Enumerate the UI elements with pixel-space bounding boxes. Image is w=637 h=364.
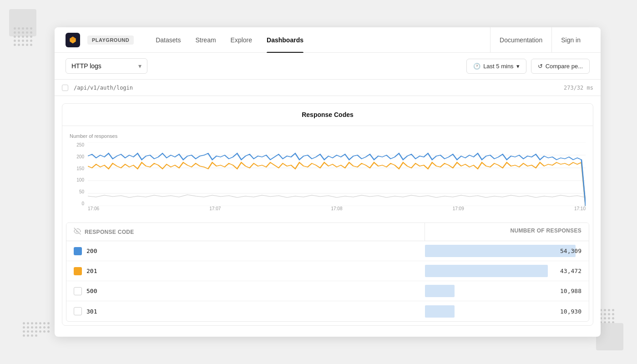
time-label: Last 5 mins [483,63,513,70]
count-500: 10,988 [560,288,581,294]
prev-row-value: 273/32 ms [564,85,593,91]
chevron-down-icon: ▾ [138,62,142,70]
dot-pattern-bl [23,322,50,337]
playground-badge: PLAYGROUND [87,35,134,45]
toolbar-right: 🕐 Last 5 mins ▾ ↺ Compare pe... [466,59,590,74]
nav-documentation[interactable]: Documentation [490,27,551,53]
cell-count-500: 10,988 [425,283,589,299]
count-301: 10,930 [560,308,581,315]
th-count-label: Number of responses [511,228,581,234]
count-201: 43,472 [560,268,581,274]
x-label-1709: 17:09 [453,206,464,215]
th-code: Response code [66,223,425,241]
toolbar: HTTP logs ▾ 🕐 Last 5 mins ▾ ↺ Compare pe… [55,53,601,80]
eye-off-icon [74,228,81,236]
y-label-0: 0 [70,201,86,206]
cell-code-500: 500 [66,283,425,300]
bar-200 [425,245,576,257]
bar-201 [425,265,548,277]
chart-canvas [88,142,586,206]
cell-code-200: 200 [66,243,425,260]
nav-signin[interactable]: Sign in [551,27,590,53]
code-201: 201 [86,268,97,274]
table-row-201[interactable]: 201 43,472 [66,261,589,281]
y-label-50: 50 [70,189,86,194]
code-500: 500 [86,288,97,294]
navbar: PLAYGROUND Datasets Stream Explore Dashb… [55,27,601,53]
row-checkbox[interactable] [62,85,68,91]
chart-wrapper: 0 50 100 150 200 250 [70,142,586,215]
chart-section: Response Codes Number of responses 0 50 … [62,103,593,326]
cell-count-201: 43,472 [425,263,589,279]
y-label-200: 200 [70,154,86,159]
y-label-250: 250 [70,142,86,147]
response-table: Response code Number of responses 200 [66,222,589,322]
dataset-select[interactable]: HTTP logs ▾ [66,58,147,74]
x-label-1710: 17:10 [574,206,586,215]
swatch-200 [74,247,82,255]
table-row-500[interactable]: 500 10,988 [66,281,589,301]
nav-items: Datasets Stream Explore Dashboards [148,27,490,53]
chart-title: Response Codes [62,104,593,126]
y-label-150: 150 [70,166,86,171]
history-icon: ↺ [538,63,543,70]
swatch-301 [74,307,82,315]
compare-button[interactable]: ↺ Compare pe... [531,59,590,74]
prev-row-text: /api/v1/auth/login [74,85,133,91]
cell-count-200: 54,309 [425,243,589,259]
bar-301 [425,305,455,318]
logo [66,33,80,47]
clock-icon: 🕐 [473,63,480,70]
th-count: Number of responses [425,223,589,241]
code-301: 301 [86,308,97,315]
cell-code-301: 301 [66,303,425,320]
prev-row: /api/v1/auth/login 273/32 ms [55,80,601,96]
series-200 [88,153,586,206]
swatch-201 [74,267,82,275]
nav-right: Documentation Sign in [490,27,590,53]
chevron-icon: ▾ [516,63,520,70]
cell-code-201: 201 [66,263,425,280]
dataset-label: HTTP logs [71,62,101,70]
x-axis: 17:06 17:07 17:08 17:09 17:10 [88,206,586,215]
content-area: /api/v1/auth/login 273/32 ms Response Co… [55,80,601,337]
nav-stream[interactable]: Stream [188,27,223,53]
code-200: 200 [86,248,97,254]
table-row-200[interactable]: 200 54,309 [66,241,589,261]
x-label-1707: 17:07 [209,206,221,215]
cell-count-301: 10,930 [425,303,589,319]
table-row-301[interactable]: 301 10,930 [66,301,589,321]
table-header: Response code Number of responses [66,223,589,241]
main-window: PLAYGROUND Datasets Stream Explore Dashb… [55,27,601,337]
series-201 [88,162,586,206]
y-axis: 0 50 100 150 200 250 [70,142,86,206]
y-label-100: 100 [70,177,86,182]
dot-pattern-tl [14,27,32,46]
series-other [88,195,586,197]
th-code-label: Response code [85,229,134,235]
nav-explore[interactable]: Explore [223,27,259,53]
bar-500 [425,285,455,297]
line-chart-svg [88,142,586,206]
compare-label: Compare pe... [546,63,583,70]
x-label-1706: 17:06 [88,206,99,215]
swatch-500 [74,287,82,295]
nav-dashboards[interactable]: Dashboards [259,27,311,53]
time-range-button[interactable]: 🕐 Last 5 mins ▾ [466,59,526,74]
chart-y-label: Number of responses [70,133,586,139]
count-200: 54,309 [560,248,581,254]
x-label-1708: 17:08 [331,206,342,215]
chart-area: Number of responses 0 50 100 150 200 250 [62,126,593,219]
nav-datasets[interactable]: Datasets [148,27,188,53]
